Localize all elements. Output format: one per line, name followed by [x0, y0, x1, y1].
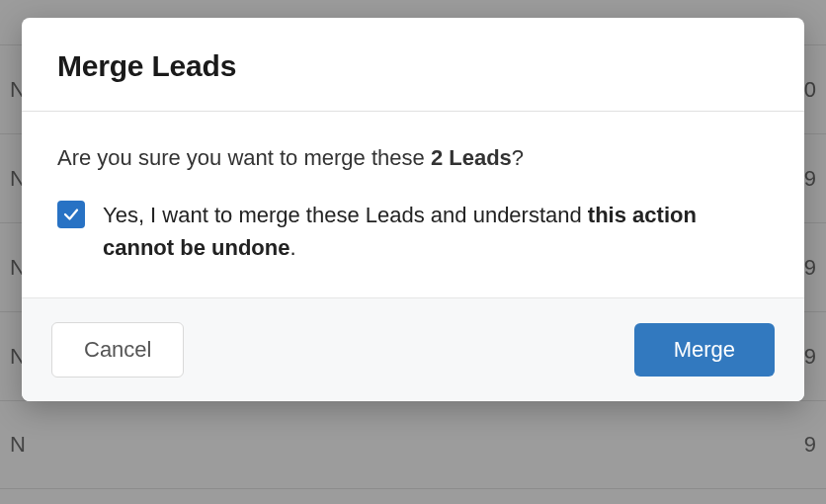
dialog-body: Are you sure you want to merge these 2 L…	[22, 112, 804, 297]
merge-button[interactable]: Merge	[634, 323, 775, 377]
dialog-header: Merge Leads	[22, 18, 804, 112]
confirm-prefix: Are you sure you want to merge these	[57, 145, 431, 170]
checkbox-text-prefix: Yes, I want to merge these Leads and und…	[103, 203, 588, 227]
confirm-checkbox-label: Yes, I want to merge these Leads and und…	[103, 199, 769, 264]
confirm-suffix: ?	[512, 145, 524, 170]
dialog-title: Merge Leads	[57, 49, 769, 83]
confirm-checkbox[interactable]	[57, 201, 85, 228]
dialog-footer: Cancel Merge	[22, 297, 804, 401]
modal-overlay: Merge Leads Are you sure you want to mer…	[0, 0, 826, 504]
cancel-button[interactable]: Cancel	[51, 322, 184, 378]
confirm-question: Are you sure you want to merge these 2 L…	[57, 145, 769, 171]
merge-leads-dialog: Merge Leads Are you sure you want to mer…	[22, 18, 804, 401]
checkmark-icon	[62, 206, 80, 223]
checkbox-text-suffix: .	[289, 235, 295, 260]
confirm-count: 2 Leads	[431, 145, 512, 170]
confirm-checkbox-row: Yes, I want to merge these Leads and und…	[57, 199, 769, 264]
